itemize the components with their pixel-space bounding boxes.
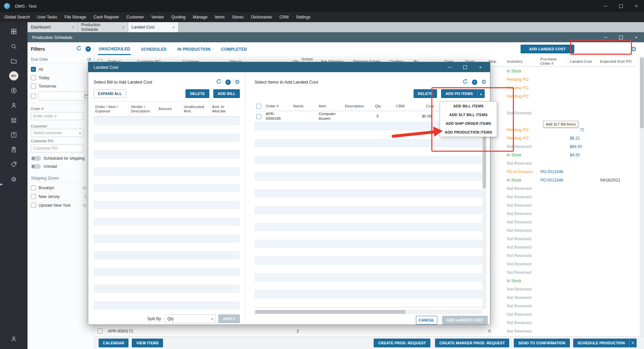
document-tab[interactable]: Production Schedule ×: [78, 22, 128, 32]
select-all-checkbox[interactable]: [256, 104, 261, 109]
refresh-icon[interactable]: [216, 79, 221, 85]
table-settings-gear-icon[interactable]: ⚙: [631, 46, 637, 52]
cell-purchase-order-link[interactable]: [539, 310, 569, 318]
footer-button[interactable]: CREATE MARKER PROD. REQUEST: [435, 339, 509, 347]
ps-restore-button[interactable]: [613, 32, 629, 42]
cell-purchase-order-link[interactable]: [539, 209, 569, 218]
schedule-production-caret[interactable]: ▾: [629, 339, 637, 347]
dropdown-menu-item[interactable]: ADD PRODUCTION ITEMS: [440, 128, 497, 137]
menu-item[interactable]: Dictionaries: [247, 12, 276, 22]
items-horizontal-scrollbar[interactable]: [255, 310, 482, 314]
cell-purchase-order-link[interactable]: [539, 226, 569, 235]
checkbox[interactable]: [31, 203, 36, 208]
store-icon[interactable]: [7, 114, 20, 126]
cell-purchase-order-link[interactable]: [539, 318, 569, 327]
help-icon[interactable]: [7, 129, 20, 141]
menu-item[interactable]: Stores: [228, 12, 248, 22]
cell-purchase-order-link[interactable]: [539, 134, 569, 142]
view-tab[interactable]: UNSCHEDULED: [98, 43, 131, 55]
refresh-icon[interactable]: [76, 46, 82, 52]
due-date-input[interactable]: [39, 92, 91, 100]
cell-purchase-order-link[interactable]: [539, 302, 569, 310]
due-date-option[interactable]: All: [28, 65, 94, 73]
add-po-items-caret[interactable]: ▴: [477, 89, 485, 98]
sidebar-expander-icon[interactable]: ▶: [0, 183, 3, 186]
menu-item[interactable]: Settings: [292, 12, 314, 22]
cell-purchase-order-link[interactable]: [539, 193, 569, 201]
main-vertical-scrollbar[interactable]: [640, 56, 644, 336]
minimize-button[interactable]: [598, 0, 613, 12]
cell-purchase-order-link[interactable]: PO-0013346: [539, 167, 569, 176]
view-tab[interactable]: COMPLETED: [220, 44, 248, 54]
tags-icon[interactable]: [7, 158, 20, 170]
modal-add-landed-cost-button[interactable]: ADD LANDED COST: [442, 316, 488, 325]
menu-item[interactable]: Vendor: [148, 12, 168, 22]
clear-filters-icon[interactable]: ×: [86, 46, 91, 52]
cell-purchase-order-link[interactable]: [539, 268, 569, 277]
gear-icon[interactable]: ⚙: [481, 79, 486, 85]
row-checkbox[interactable]: [256, 114, 261, 119]
unread-toggle-row[interactable]: Unread: [28, 162, 94, 170]
tab-close-icon[interactable]: ×: [71, 25, 74, 30]
cell-purchase-order-link[interactable]: [539, 142, 569, 151]
restore-button[interactable]: [613, 0, 629, 12]
footer-button[interactable]: VIEW ITEMS: [132, 339, 163, 347]
add-bill-button[interactable]: ADD BILL: [213, 89, 240, 98]
order-number-input[interactable]: [31, 112, 83, 120]
modal-restore-button[interactable]: [457, 62, 473, 72]
checkbox[interactable]: [31, 194, 36, 199]
row-checkbox[interactable]: [98, 329, 103, 334]
customer-select[interactable]: Select customer ▾: [31, 129, 83, 137]
cell-purchase-order-link[interactable]: [539, 327, 569, 335]
tab-close-icon[interactable]: ×: [172, 25, 175, 30]
cell-purchase-order-link[interactable]: [539, 151, 569, 159]
shipping-zone-row[interactable]: New Jersey 1 ▾: [28, 192, 94, 201]
menu-item[interactable]: Manage: [189, 12, 211, 22]
cell-purchase-order-link[interactable]: [539, 184, 569, 193]
expand-all-button[interactable]: EXPAND ALL: [94, 89, 126, 98]
contacts-icon[interactable]: [7, 99, 20, 111]
files-icon[interactable]: [7, 55, 20, 67]
checkbox[interactable]: [31, 67, 36, 72]
document-tab[interactable]: Dashboard ×: [28, 22, 78, 32]
settings-icon[interactable]: ⚙: [7, 173, 20, 185]
user-profile-icon[interactable]: [7, 333, 20, 345]
due-date-option[interactable]: Tomorrow 0: [28, 82, 94, 90]
cell-purchase-order-link[interactable]: [539, 100, 569, 109]
notifications-badge[interactable]: 807: [7, 70, 20, 82]
menu-item[interactable]: Quoting: [168, 12, 189, 22]
cell-purchase-order-link[interactable]: [539, 84, 569, 92]
gear-icon[interactable]: ⚙: [235, 79, 240, 85]
toggle-switch[interactable]: [31, 164, 41, 169]
dropdown-menu-item[interactable]: ADD SLT BILL ITEMS: [440, 110, 497, 119]
tab-close-icon[interactable]: ×: [122, 25, 124, 30]
date-checkbox[interactable]: [31, 94, 36, 99]
menu-item[interactable]: File Storage: [61, 12, 90, 22]
dropdown-menu-item[interactable]: ADD BILL ITEMS: [440, 102, 497, 110]
cell-purchase-order-link[interactable]: [539, 277, 569, 285]
dropdown-menu-item[interactable]: ADD SHIP ORDER ITEMS: [440, 119, 497, 128]
shipping-zone-row[interactable]: Upstate New York 11 ▾: [28, 201, 94, 210]
due-date-option[interactable]: Today 0: [28, 73, 94, 82]
dashboard-icon[interactable]: [7, 26, 20, 38]
modal-minimize-button[interactable]: [442, 62, 457, 72]
cell-purchase-order-link[interactable]: [539, 201, 569, 209]
customer-po-input[interactable]: [31, 144, 83, 152]
scheduled-for-shipping-toggle-row[interactable]: Scheduled for shipping: [28, 154, 94, 162]
reset-icon[interactable]: ↺: [87, 57, 91, 62]
menu-item[interactable]: User Tasks: [34, 12, 61, 22]
menu-item[interactable]: Cash Register: [90, 12, 123, 22]
cancel-button[interactable]: CANCEL: [416, 316, 437, 325]
scrollbar-thumb[interactable]: [640, 58, 644, 128]
delete-item-button[interactable]: DELETE: [414, 89, 437, 98]
cell-purchase-order-link[interactable]: [539, 235, 569, 243]
schedule-production-button[interactable]: SCHEDULE PRODUCTION: [573, 339, 629, 347]
ps-close-button[interactable]: ×: [629, 32, 644, 42]
clear-icon[interactable]: ×: [472, 80, 477, 85]
cell-purchase-order-link[interactable]: [539, 159, 569, 167]
cell-purchase-order-link[interactable]: [539, 293, 569, 302]
footer-button[interactable]: CALENDAR: [99, 339, 128, 347]
cell-purchase-order-link[interactable]: [539, 243, 569, 251]
menu-item[interactable]: Customer: [123, 12, 148, 22]
checkbox[interactable]: [31, 84, 36, 89]
